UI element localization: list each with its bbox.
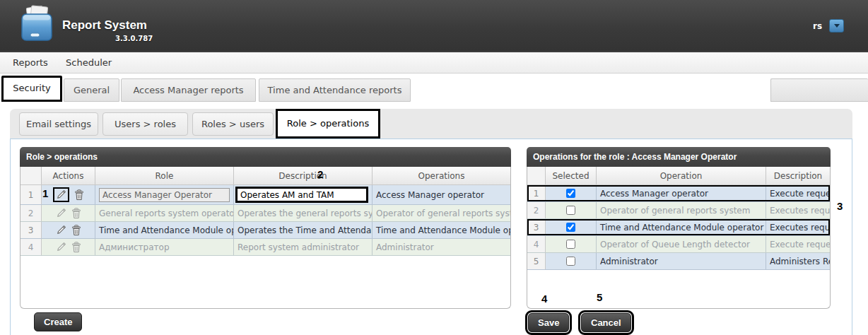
app-version: 3.3.0.787 [115,35,153,42]
roles-table-header: Actions Role Description Operations [20,167,510,185]
roles-panel: Role > operations Actions Role Descripti… [20,147,511,309]
user-menu-dropdown[interactable] [829,19,844,33]
annotation-5: 5 [597,291,602,303]
role-row[interactable]: 2 General reports system operator Operat… [20,205,510,222]
subtab-email-settings[interactable]: Email settings [19,112,98,136]
operation-checkbox[interactable] [566,206,575,215]
annotation-4: 4 [541,293,547,305]
row-number: 1 [527,185,546,201]
role-name-cell: Администратор [95,239,234,255]
role-row[interactable]: 4 Администратор Report system administra… [20,239,510,256]
subtab-role-operations[interactable]: Role > operations [276,109,380,139]
operation-row[interactable]: 5 Administrator Administers Re [527,253,830,270]
delete-trash-icon[interactable] [71,242,81,253]
operation-checkbox[interactable] [566,257,575,266]
tab-strip-spacer [770,78,868,102]
tab-time-and-attendance-reports[interactable]: Time and Attendance reports [259,78,411,102]
subtab-roles-users[interactable]: Roles > users [192,112,274,136]
role-name-input[interactable] [99,188,230,202]
app-title: Report System [62,18,147,33]
operation-description-cell: Execute reques [766,236,830,252]
role-operations-cell: Administrator [373,239,510,255]
tab-general[interactable]: General [64,78,119,102]
menu-item-scheduler[interactable]: Scheduler [66,57,112,68]
operation-name-cell: Access Manager operator [597,185,766,201]
roles-panel-title: Role > operations [20,147,511,167]
delete-trash-icon[interactable] [71,208,81,219]
row-number: 2 [20,205,42,221]
delete-trash-icon[interactable] [74,189,84,201]
role-description-cell: Operates the general reports syste [234,205,373,221]
user-name-label: rs [813,21,822,31]
delete-trash-icon[interactable] [71,225,81,236]
app-logo-icon [19,5,54,46]
tab-access-manager-reports[interactable]: Access Manager reports [121,78,256,102]
operations-panel: Operations for the role : Access Manager… [527,147,831,309]
operation-description-cell: Executes reque [766,219,830,235]
app-header: Report System 3.3.0.787 rs [0,0,868,52]
row-number-column-header [527,167,546,184]
role-name-cell: General reports system operator [95,205,234,221]
role-operations-cell: Access Manager operator [373,185,510,204]
row-number: 4 [527,236,546,252]
role-description-cell: Report system administrator [234,239,373,255]
description-column-header: Description [766,167,830,184]
role-operations-cell: Time and Attendance Module opera [373,222,510,238]
row-number: 5 [527,253,546,269]
operation-description-cell: Administers Re [766,253,830,269]
annotation-2: 2 [317,168,323,180]
role-row[interactable]: 1 Access Manager operator [20,185,510,205]
operation-row[interactable]: 1 Access Manager operator Execute reques [527,185,830,202]
roles-table: Actions Role Description Operations 1 Ac… [20,167,511,309]
operation-row[interactable]: 3 Time and Attendance Module operator Ex… [527,219,830,236]
operation-checkbox[interactable] [566,240,575,249]
annotation-3: 3 [837,200,843,212]
edit-pencil-icon[interactable] [56,208,66,218]
menu-bar: Reports Scheduler [0,52,868,74]
selected-column-header: Selected [546,167,597,184]
row-number: 2 [527,202,546,218]
actions-column-header: Actions [42,167,95,184]
description-column-header: Description [234,167,373,184]
operation-checkbox[interactable] [566,223,575,232]
operation-name-cell: Administrator [597,253,766,269]
edit-icon-highlight-box [53,187,69,202]
chevron-down-icon [834,24,840,28]
subtab-strip: Email settings Users > roles Roles > use… [10,109,852,139]
operation-column-header: Operation [597,167,766,184]
role-row[interactable]: 3 Time and Attendance Module opera Opera… [20,222,510,239]
role-column-header: Role [95,167,234,184]
operations-table-header: Selected Operation Description [527,167,830,185]
edit-pencil-icon[interactable] [56,225,66,235]
operation-checkbox[interactable] [566,189,575,198]
operations-panel-title: Operations for the role : Access Manager… [527,147,831,167]
row-number: 1 [20,185,42,204]
operation-row[interactable]: 2 Operator of general reports system Exe… [527,202,830,219]
operations-column-header: Operations [373,167,510,184]
menu-item-reports[interactable]: Reports [13,57,48,68]
edit-pencil-icon[interactable] [56,242,66,252]
operation-row[interactable]: 4 Operator of Queue Length detector Exec… [527,236,830,253]
create-button[interactable]: Create [34,312,82,331]
operations-table: Selected Operation Description 1 Access … [527,167,831,309]
row-number: 3 [527,219,546,235]
operation-name-cell: Operator of Queue Length detector [597,236,766,252]
tab-security[interactable]: Security [1,76,62,102]
row-number: 3 [20,222,42,238]
role-name-cell: Time and Attendance Module opera [95,222,234,238]
role-description-cell: Operates the Time and Attendance [234,222,373,238]
role-description-input[interactable] [235,187,368,203]
operation-description-cell: Execute reques [766,185,830,201]
save-button[interactable]: Save [528,313,569,332]
annotation-1: 1 [42,187,48,199]
row-number: 4 [20,239,42,255]
operation-description-cell: Executes reque [766,202,830,218]
subtab-users-roles[interactable]: Users > roles [102,112,188,136]
cancel-button[interactable]: Cancel [581,313,631,332]
row-number-column-header [20,167,42,184]
operation-name-cell: Time and Attendance Module operator [597,219,766,235]
edit-pencil-icon[interactable] [56,189,66,200]
operation-name-cell: Operator of general reports system [597,202,766,218]
role-operations-cell: Operator of general reports system [373,205,510,221]
